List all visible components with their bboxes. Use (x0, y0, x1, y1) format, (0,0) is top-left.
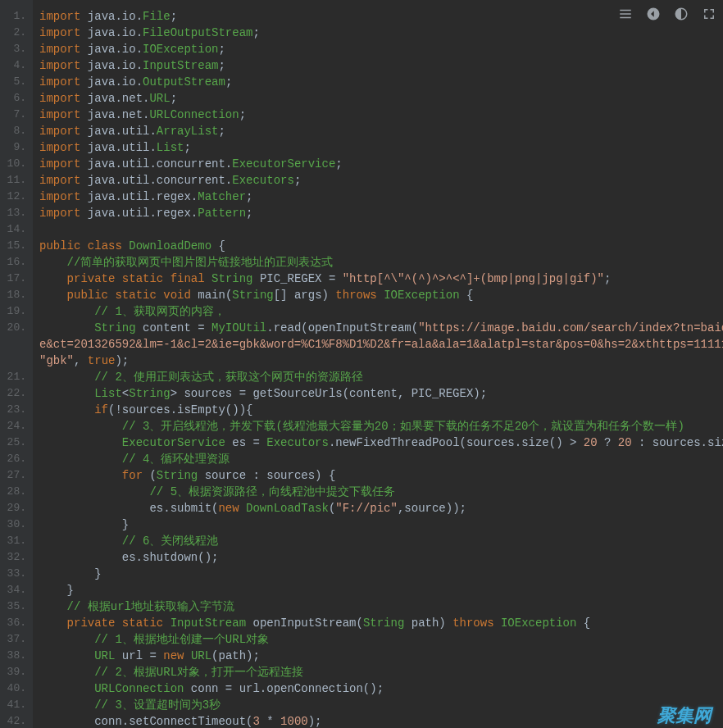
line-number: 36. (3, 615, 26, 631)
line-number: 18. (3, 287, 26, 303)
code-line: // 1、根据地址创建一个URL对象 (39, 631, 723, 648)
line-number: 29. (3, 500, 26, 516)
line-number: 15. (3, 238, 26, 254)
code-line: // 3、开启线程池，并发下载(线程池最大容量为20；如果要下载的任务不足20个… (39, 418, 723, 435)
code-line: // 1、获取网页的内容， (39, 303, 723, 320)
line-number: 33. (3, 566, 26, 582)
code-line: // 5、根据资源路径，向线程池中提交下载任务 (39, 484, 723, 500)
line-number: 40. (3, 680, 26, 697)
code-line: String content = MyIOUtil.read(openInput… (39, 320, 723, 369)
toolbar (618, 7, 716, 25)
code-line: //简单的获取网页中图片图片链接地址的正则表达式 (39, 254, 723, 271)
code-line: if(!sources.isEmpty()){ (39, 402, 723, 418)
code-line: import java.io.OutputStream; (39, 74, 723, 90)
code-line: es.shutdown(); (39, 549, 723, 566)
line-number: 2. (3, 25, 26, 41)
code-line: es.submit(new DownLoadTask("F://pic",sou… (39, 500, 723, 516)
code-line: import java.util.concurrent.Executors; (39, 172, 723, 189)
code-line: // 2、根据URL对象，打开一个远程连接 (39, 664, 723, 680)
code-line: List<String> sources = getSourceUrls(con… (39, 385, 723, 402)
line-number-gutter: 1.2.3.4.5.6.7.8.9.10.11.12.13.14.15.16.1… (0, 0, 33, 728)
line-number: 41. (3, 697, 26, 713)
code-line: conn.setConnectTimeout(3 * 1000); (39, 713, 723, 728)
code-line: URL url = new URL(path); (39, 648, 723, 664)
line-number: 35. (3, 598, 26, 615)
line-number: 25. (3, 435, 26, 451)
line-number: 26. (3, 451, 26, 467)
line-number: 14. (3, 221, 26, 238)
code-line: import java.util.regex.Matcher; (39, 189, 723, 205)
code-line: for (String source : sources) { (39, 467, 723, 484)
line-number: 7. (3, 107, 26, 123)
code-line: // 根据url地址获取输入字节流 (39, 598, 723, 615)
line-number: 11. (3, 172, 26, 189)
code-line: import java.util.ArrayList; (39, 123, 723, 139)
line-number: 27. (3, 467, 26, 484)
line-number: 19. (3, 303, 26, 320)
line-number: 6. (3, 90, 26, 107)
code-line: import java.util.concurrent.ExecutorServ… (39, 156, 723, 172)
line-number: 37. (3, 631, 26, 648)
code-line: URLConnection conn = url.openConnection(… (39, 680, 723, 697)
line-number: 23. (3, 402, 26, 418)
code-editor: 1.2.3.4.5.6.7.8.9.10.11.12.13.14.15.16.1… (0, 0, 723, 728)
line-number: 8. (3, 123, 26, 139)
line-number: 20. (3, 320, 26, 369)
code-line: import java.io.FileOutputStream; (39, 25, 723, 41)
line-number: 17. (3, 271, 26, 287)
code-line: import java.io.InputStream; (39, 57, 723, 74)
code-line: public class DownloadDemo { (39, 238, 723, 254)
line-number: 31. (3, 533, 26, 549)
code-line (39, 221, 723, 238)
code-line: import java.util.List; (39, 139, 723, 156)
line-number: 39. (3, 664, 26, 680)
line-number: 1. (3, 8, 26, 25)
line-number: 16. (3, 254, 26, 271)
code-line: // 4、循环处理资源 (39, 451, 723, 467)
line-number: 9. (3, 139, 26, 156)
line-number: 34. (3, 582, 26, 598)
code-line: ExecutorService es = Executors.newFixedT… (39, 435, 723, 451)
back-icon[interactable] (646, 7, 661, 25)
list-icon[interactable] (618, 7, 633, 25)
line-number: 42. (3, 713, 26, 728)
line-number: 22. (3, 385, 26, 402)
line-number: 5. (3, 74, 26, 90)
contrast-icon[interactable] (674, 7, 689, 25)
code-line: // 6、关闭线程池 (39, 533, 723, 549)
code-line: import java.util.regex.Pattern; (39, 205, 723, 221)
line-number: 30. (3, 516, 26, 533)
code-line: import java.net.URL; (39, 90, 723, 107)
fullscreen-icon[interactable] (702, 7, 716, 25)
line-number: 32. (3, 549, 26, 566)
line-number: 13. (3, 205, 26, 221)
code-line: private static final String PIC_REGEX = … (39, 271, 723, 287)
code-line: } (39, 516, 723, 533)
line-number: 21. (3, 369, 26, 385)
code-line: private static InputStream openInputStre… (39, 615, 723, 631)
code-line: import java.net.URLConnection; (39, 107, 723, 123)
line-number: 38. (3, 648, 26, 664)
line-number: 28. (3, 484, 26, 500)
code-line: public static void main(String[] args) t… (39, 287, 723, 303)
code-area[interactable]: import java.io.File;import java.io.FileO… (33, 0, 723, 728)
line-number: 12. (3, 189, 26, 205)
code-line: // 2、使用正则表达式，获取这个网页中的资源路径 (39, 369, 723, 385)
line-number: 24. (3, 418, 26, 435)
line-number: 10. (3, 156, 26, 172)
code-line: } (39, 566, 723, 582)
code-line: import java.io.IOException; (39, 41, 723, 57)
line-number: 4. (3, 57, 26, 74)
line-number: 3. (3, 41, 26, 57)
code-line: // 3、设置超时间为3秒 (39, 697, 723, 713)
code-line: } (39, 582, 723, 598)
